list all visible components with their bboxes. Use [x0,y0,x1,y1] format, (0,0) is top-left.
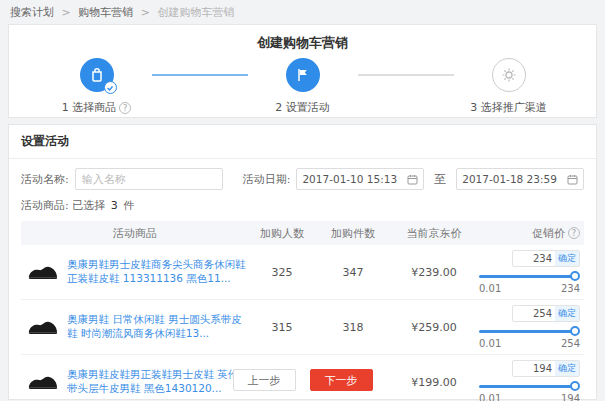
slider-handle[interactable] [570,271,580,281]
confirm-button[interactable]: 确定 [555,250,579,267]
date-to-wrap [456,168,584,190]
step-2-label: 2 设置活动 [275,100,330,115]
campaign-name-label: 活动名称: [21,172,69,187]
date-from-wrap [296,168,424,190]
people-added-count: 315 [249,321,315,334]
current-jd-price: ¥259.00 [391,321,477,334]
slider-min-label: 0.01 [479,393,501,401]
table-row: 奥康男鞋 日常休闲鞋 男士圆头系带皮鞋 时尚潮流风商务休闲鞋13... 315 … [21,300,584,355]
stepper-connector [358,74,454,76]
setup-campaign-card: 设置活动 活动名称: 活动日期: 至 活动商品: 已选择 3 件 活动商品 加购… [8,124,597,400]
promo-price-input[interactable]: 254 确定 [512,305,580,322]
product-cell: 奥康男鞋 日常休闲鞋 男士圆头系带皮鞋 时尚潮流风商务休闲鞋13... [21,312,249,342]
page-title: 创建购物车营销 [9,25,596,52]
calendar-icon[interactable] [567,174,578,185]
previous-step-button[interactable]: 上一步 [233,369,296,391]
selected-prefix: 已选择 [72,199,105,212]
step-1-select-products: 1 选择商品 ? [42,58,152,115]
col-header-items: 加购件数 [315,226,391,241]
slider-range-labels: 0.01 194 [479,393,580,401]
stepper: 1 选择商品 ? 2 设置活动 3 选择推广渠道 [9,58,596,115]
table-row: 奥康男鞋男士皮鞋商务尖头商务休闲鞋正装鞋皮鞋 113311136 黑色11...… [21,245,584,300]
calendar-icon[interactable] [407,174,418,185]
date-to-input[interactable] [462,173,567,185]
breadcrumb-item[interactable]: 购物车营销 [78,6,133,19]
breadcrumb-item[interactable]: 搜索计划 [10,6,54,19]
step-complete-check-icon [104,81,117,94]
items-added-count: 318 [315,321,391,334]
slider-track[interactable] [479,330,576,333]
breadcrumb-separator: > [141,6,150,19]
items-added-count: 347 [315,266,391,279]
promo-header-text: 促销价 [532,226,565,241]
campaign-date-label: 活动日期: [243,172,291,187]
product-cell: 奥康男鞋男士皮鞋商务尖头商务休闲鞋正装鞋皮鞋 113311136 黑色11... [21,257,249,287]
shopping-bag-icon [89,67,105,83]
products-label: 活动商品: [21,199,69,212]
promo-price-cell: 234 确定 0.01 234 [477,250,584,294]
promo-price-input[interactable]: 234 确定 [512,250,580,267]
step-1-circle [80,58,114,92]
col-header-product: 活动商品 [21,226,249,241]
product-image-shoe [25,257,61,287]
promo-price-value: 254 [533,308,555,319]
date-from-input[interactable] [302,173,407,185]
step-2-text: 2 设置活动 [275,100,330,115]
col-header-promo-price: 促销价 ? [477,226,584,241]
slider-range-labels: 0.01 234 [479,283,580,294]
col-header-price: 当前京东价 [391,226,477,241]
next-step-button[interactable]: 下一步 [310,369,373,391]
flag-icon [295,67,311,83]
slider-handle[interactable] [570,326,580,336]
table-header-row: 活动商品 加购人数 加购件数 当前京东价 促销价 ? [21,221,584,245]
selected-suffix: 件 [123,199,134,212]
date-range-to-label: 至 [434,171,446,188]
product-image-shoe [25,312,61,342]
slider-max-label: 194 [561,393,580,401]
breadcrumb-item-current: 创建购物车营销 [157,6,234,19]
step-2-circle [286,58,320,92]
section-title: 设置活动 [9,125,596,159]
confirm-button[interactable]: 确定 [555,305,579,322]
wizard-footer: 上一步 下一步 [9,369,596,391]
step-3-label: 3 选择推广渠道 [470,100,547,115]
slider-min-label: 0.01 [479,283,501,294]
stepper-connector [152,74,248,76]
campaign-form-row: 活动名称: 活动日期: 至 [9,159,596,196]
product-name-link[interactable]: 奥康男鞋 日常休闲鞋 男士圆头系带皮鞋 时尚潮流风商务休闲鞋13... [67,312,249,340]
step-1-text: 1 选择商品 [62,100,117,115]
gear-icon [501,67,517,83]
product-name-link[interactable]: 奥康男鞋男士皮鞋商务尖头商务休闲鞋正装鞋皮鞋 113311136 黑色11... [67,257,249,285]
step-3-select-channel: 3 选择推广渠道 [454,58,564,115]
promo-price-slider[interactable] [479,271,580,281]
promo-price-value: 234 [533,253,555,264]
help-icon[interactable]: ? [119,102,131,114]
step-1-label: 1 选择商品 ? [62,100,132,115]
step-3-circle [492,58,526,92]
selected-products-summary: 活动商品: 已选择 3 件 [9,196,596,219]
slider-max-label: 234 [561,283,580,294]
slider-range-labels: 0.01 254 [479,338,580,349]
breadcrumb: 搜索计划 > 购物车营销 > 创建购物车营销 [0,0,605,24]
slider-min-label: 0.01 [479,338,501,349]
promo-price-cell: 254 确定 0.01 254 [477,305,584,349]
selected-count: 3 [111,199,118,212]
slider-max-label: 254 [561,338,580,349]
breadcrumb-separator: > [62,6,71,19]
col-header-people: 加购人数 [249,226,315,241]
campaign-name-input[interactable] [75,168,223,190]
slider-track[interactable] [479,275,576,278]
step-2-setup-campaign: 2 设置活动 [248,58,358,115]
step-3-text: 3 选择推广渠道 [470,100,547,115]
header-card: 创建购物车营销 1 选择商品 ? [8,24,597,118]
current-jd-price: ¥239.00 [391,266,477,279]
people-added-count: 325 [249,266,315,279]
help-icon[interactable]: ? [568,227,580,239]
promo-price-slider[interactable] [479,326,580,336]
